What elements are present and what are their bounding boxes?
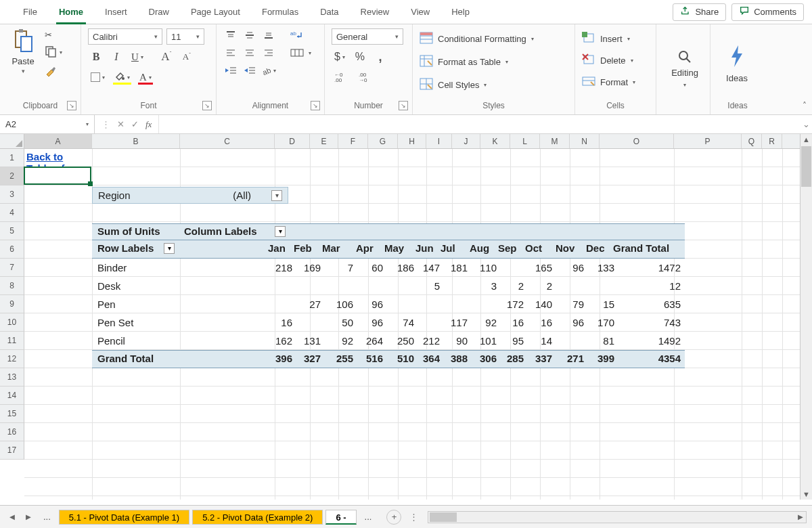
column-header-G[interactable]: G bbox=[368, 134, 398, 148]
share-button[interactable]: Share bbox=[673, 3, 726, 21]
cell[interactable]: 74 bbox=[384, 313, 414, 332]
column-header-L[interactable]: L bbox=[510, 134, 540, 148]
row-header-14[interactable]: 14 bbox=[0, 387, 24, 405]
sheet-more-right[interactable]: ... bbox=[359, 512, 378, 522]
cell[interactable]: 96 bbox=[356, 295, 383, 313]
accounting-format-button[interactable]: $▾ bbox=[332, 49, 348, 65]
cell[interactable]: 3 bbox=[470, 277, 497, 295]
column-header-K[interactable]: K bbox=[480, 134, 510, 148]
increase-indent-button[interactable] bbox=[242, 64, 257, 77]
align-middle-button[interactable] bbox=[242, 28, 257, 42]
cell[interactable]: 5 bbox=[415, 277, 440, 295]
row-header-8[interactable]: 8 bbox=[0, 277, 24, 295]
horizontal-scrollbar[interactable]: ◄ ► bbox=[428, 511, 807, 523]
row-header-3[interactable]: 3 bbox=[0, 185, 24, 204]
cell[interactable]: 7 bbox=[322, 259, 353, 277]
expand-formula-bar-button[interactable]: ⌄ bbox=[800, 119, 812, 129]
conditional-formatting-button[interactable]: Conditional Formatting ▾ bbox=[420, 30, 534, 47]
row-header-6[interactable]: 6 bbox=[0, 240, 24, 259]
cell[interactable]: 147 bbox=[415, 259, 440, 277]
insert-cells-button[interactable]: Insert▾ bbox=[582, 30, 635, 47]
total-cell[interactable]: 306 bbox=[470, 353, 497, 364]
filter-dropdown-button[interactable]: ▾ bbox=[271, 190, 282, 201]
total-cell[interactable]: 327 bbox=[294, 353, 321, 364]
collapse-ribbon-button[interactable]: ˄ bbox=[803, 101, 807, 110]
cell[interactable]: 50 bbox=[322, 313, 353, 332]
align-right-button[interactable] bbox=[261, 46, 276, 60]
tab-formulas[interactable]: Formulas bbox=[251, 0, 309, 24]
cell[interactable]: 186 bbox=[384, 259, 414, 277]
cell[interactable]: 16 bbox=[498, 313, 524, 332]
column-header-N[interactable]: N bbox=[570, 134, 600, 148]
column-header-I[interactable]: I bbox=[426, 134, 452, 148]
alignment-launcher[interactable]: ↘ bbox=[311, 101, 320, 110]
row-total[interactable]: 1492 bbox=[658, 332, 681, 350]
tab-review[interactable]: Review bbox=[350, 0, 401, 24]
cell[interactable]: 92 bbox=[470, 313, 497, 332]
cell[interactable]: 90 bbox=[441, 332, 468, 350]
cell[interactable]: 165 bbox=[525, 259, 552, 277]
sheet-tab-1[interactable]: 5.2 - Pivot Data (Example 2) bbox=[192, 510, 323, 525]
fill-handle[interactable] bbox=[88, 181, 93, 186]
row-header-11[interactable]: 11 bbox=[0, 332, 24, 350]
total-cell[interactable]: 337 bbox=[525, 353, 552, 364]
enter-formula-button[interactable]: ✓ bbox=[131, 119, 139, 129]
italic-button[interactable]: I bbox=[108, 49, 125, 65]
comments-button[interactable]: Comments bbox=[731, 3, 804, 21]
row-header-2[interactable]: 2 bbox=[0, 167, 24, 185]
total-cell[interactable]: 364 bbox=[415, 353, 440, 364]
borders-button[interactable]: ▾ bbox=[88, 69, 108, 85]
hscroll-thumb[interactable] bbox=[430, 512, 457, 522]
decrease-indent-button[interactable] bbox=[223, 64, 238, 77]
tab-help[interactable]: Help bbox=[441, 0, 480, 24]
cell[interactable]: 140 bbox=[525, 295, 552, 313]
cell[interactable]: 181 bbox=[441, 259, 468, 277]
comma-format-button[interactable]: , bbox=[372, 49, 388, 65]
row-header-17[interactable]: 17 bbox=[0, 441, 24, 460]
cell[interactable]: 2 bbox=[498, 277, 524, 295]
grow-font-button[interactable]: Aˆ bbox=[158, 49, 175, 65]
align-center-button[interactable] bbox=[242, 46, 257, 60]
clipboard-launcher[interactable]: ↘ bbox=[67, 101, 76, 110]
cell[interactable]: 169 bbox=[294, 259, 321, 277]
cell[interactable]: 250 bbox=[384, 332, 414, 350]
cell[interactable]: 218 bbox=[268, 259, 292, 277]
copy-button[interactable]: ▾ bbox=[45, 45, 62, 60]
total-cell[interactable]: 516 bbox=[356, 353, 383, 364]
align-top-button[interactable] bbox=[223, 28, 238, 42]
cell[interactable]: 79 bbox=[556, 295, 584, 313]
decrease-decimal-button[interactable]: .00→0 bbox=[356, 69, 376, 85]
format-cells-button[interactable]: Format▾ bbox=[582, 73, 635, 91]
delete-cells-button[interactable]: Delete▾ bbox=[582, 51, 635, 69]
row-header-4[interactable]: 4 bbox=[0, 204, 24, 222]
select-all-corner[interactable] bbox=[0, 134, 24, 148]
active-cell[interactable] bbox=[24, 167, 91, 185]
sheet-tab-0[interactable]: 5.1 - Pivot Data (Example 1) bbox=[59, 510, 189, 525]
column-header-B[interactable]: B bbox=[92, 134, 180, 148]
tab-insert[interactable]: Insert bbox=[94, 0, 138, 24]
cell[interactable]: 2 bbox=[525, 277, 552, 295]
tab-view[interactable]: View bbox=[400, 0, 441, 24]
sheet-tab-2[interactable]: 6 - bbox=[325, 510, 356, 525]
row-total[interactable]: 1472 bbox=[658, 259, 681, 277]
cell[interactable]: 96 bbox=[556, 313, 584, 332]
wrap-text-button[interactable]: ab bbox=[290, 28, 304, 42]
cell[interactable]: 117 bbox=[441, 313, 468, 332]
cut-button[interactable]: ✂ bbox=[45, 30, 62, 40]
row-header-16[interactable]: 16 bbox=[0, 423, 24, 441]
scrollbar-thumb[interactable] bbox=[801, 146, 811, 187]
total-cell[interactable]: 255 bbox=[322, 353, 353, 364]
column-header-R[interactable]: R bbox=[762, 134, 782, 148]
total-cell[interactable]: 396 bbox=[268, 353, 292, 364]
cell[interactable]: 81 bbox=[586, 332, 614, 350]
shrink-font-button[interactable]: Aˇ bbox=[179, 49, 195, 65]
column-header-E[interactable]: E bbox=[310, 134, 338, 148]
row-header-13[interactable]: 13 bbox=[0, 368, 24, 387]
cell[interactable]: 16 bbox=[268, 313, 292, 332]
row-total[interactable]: 635 bbox=[664, 295, 681, 313]
column-header-P[interactable]: P bbox=[674, 134, 742, 148]
cell[interactable]: 101 bbox=[470, 332, 497, 350]
orientation-button[interactable]: ab▾ bbox=[261, 64, 276, 77]
align-bottom-button[interactable] bbox=[261, 28, 276, 42]
cell[interactable]: 110 bbox=[470, 259, 497, 277]
